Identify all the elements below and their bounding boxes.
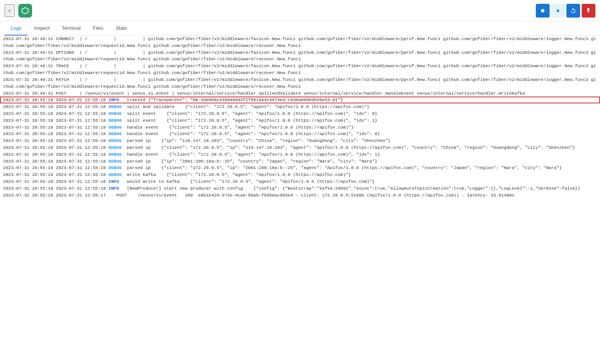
control-buttons: [536, 4, 595, 18]
restart-button[interactable]: [566, 4, 580, 18]
log-line: 2023-07-31 20:48:31 TRACE | / | | github…: [0, 63, 600, 76]
log-line: 2023-07-31 20:48:31 CONNECT | / | | gith…: [0, 35, 600, 49]
log-line: 2023-07-31 20:48:31 POST | /venus/v1/eve…: [0, 90, 600, 97]
log-level-badge: DEBUG: [108, 138, 122, 143]
play-button[interactable]: [551, 4, 565, 18]
extra-button[interactable]: [582, 4, 595, 18]
log-level-badge: DEBUG: [108, 104, 122, 109]
log-line: 2023-07-31 20:55:18 2023-07-31 12:55:18 …: [0, 103, 600, 110]
svg-marker-1: [557, 9, 560, 12]
back-button[interactable]: ‹: [5, 4, 15, 17]
log-level-badge: DEBUG: [108, 118, 122, 123]
tab-files[interactable]: Files: [87, 21, 109, 35]
log-level-badge: INFO: [108, 179, 119, 184]
log-container[interactable]: 2023-07-31 20:48:31 CONNECT | / | | gith…: [0, 35, 600, 361]
app-info: [36, 10, 37, 11]
log-line: 2023-07-31 20:55:18 2023-07-31 12:55:18 …: [0, 130, 600, 137]
log-level-badge: DEBUG: [108, 172, 122, 177]
log-line: 2023-07-31 20:55:18 2023-07-31 12:55:18 …: [0, 137, 600, 144]
log-line: 2023-07-31 20:55:18 2023-07-31 12:55:18 …: [0, 97, 600, 103]
tab-terminal[interactable]: Terminal: [56, 21, 87, 35]
log-line: 2023-07-31 20:48:31 PATCH | / | | github…: [0, 76, 600, 90]
log-level-badge: DEBUG: [108, 145, 122, 150]
svg-rect-0: [541, 9, 544, 12]
log-level-badge: DEBUG: [108, 111, 122, 116]
log-level-badge: DEBUG: [108, 125, 122, 130]
log-line: 2023-07-31 20:48:31 OPTIONS | / | | gith…: [0, 49, 600, 63]
tab-stats[interactable]: Stats: [110, 21, 133, 35]
log-level-badge: DEBUG: [108, 159, 122, 164]
log-line: 2023-07-31 20:55:18 2023-07-31 12:55:18 …: [0, 171, 600, 178]
app-header: ‹: [0, 0, 600, 21]
log-line: 2023-07-31 20:55:18 2023-07-31 12:55:18 …: [0, 164, 600, 171]
log-level-badge: INFO: [108, 186, 119, 191]
log-line: 2023-07-31 20:55:18 2023-07-31 12:55:18 …: [0, 185, 600, 192]
app-icon: [18, 4, 32, 18]
log-line: 2023-07-31 20:55:18 2023-07-31 12:55:18 …: [0, 178, 600, 185]
log-line: 2023-07-31 20:55:18 2023-07-31 12:55:18 …: [0, 144, 600, 151]
log-line: 2023-07-31 20:55:18 2023-07-31 12:55:17 …: [0, 192, 600, 199]
log-level-badge: DEBUG: [108, 131, 122, 136]
tab-inspect[interactable]: Inspect: [27, 21, 56, 35]
tabs: LogsInspectTerminalFilesStats: [0, 21, 600, 35]
log-level-badge: DEBUG: [108, 152, 122, 157]
log-line: 2023-07-31 20:55:18 2023-07-31 12:55:18 …: [0, 110, 600, 117]
log-line: 2023-07-31 20:55:18 2023-07-31 12:55:18 …: [0, 117, 600, 124]
tab-logs[interactable]: Logs: [5, 21, 27, 35]
log-line: 2023-07-31 20:55:18 2023-07-31 12:55:18 …: [0, 151, 600, 158]
log-line: 2023-07-31 20:55:18 2023-07-31 12:55:18 …: [0, 124, 600, 131]
stop-button[interactable]: [536, 4, 550, 18]
log-line: 2023-07-31 20:55:18 2023-07-31 12:55:18 …: [0, 158, 600, 165]
log-level-badge: DEBUG: [108, 165, 122, 170]
log-level-badge: INFO: [108, 97, 119, 102]
